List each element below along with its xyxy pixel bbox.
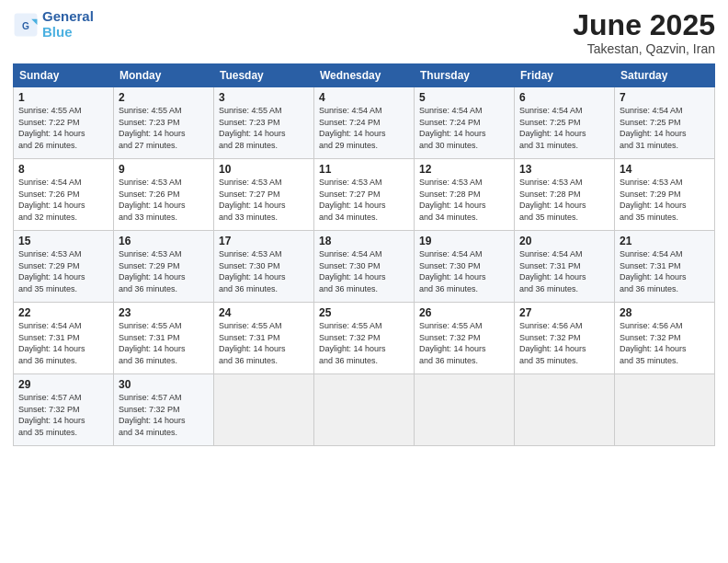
day-number: 12 bbox=[419, 163, 509, 176]
day-info: Sunrise: 4:55 AM Sunset: 7:31 PM Dayligh… bbox=[119, 320, 209, 366]
calendar-cell: 29Sunrise: 4:57 AM Sunset: 7:32 PM Dayli… bbox=[14, 374, 114, 446]
calendar-cell: 28Sunrise: 4:56 AM Sunset: 7:32 PM Dayli… bbox=[615, 303, 715, 374]
calendar-cell: 7Sunrise: 4:54 AM Sunset: 7:25 PM Daylig… bbox=[615, 87, 715, 159]
day-info: Sunrise: 4:53 AM Sunset: 7:28 PM Dayligh… bbox=[419, 177, 509, 223]
calendar-cell: 2Sunrise: 4:55 AM Sunset: 7:23 PM Daylig… bbox=[114, 87, 214, 159]
week-row-4: 22Sunrise: 4:54 AM Sunset: 7:31 PM Dayli… bbox=[14, 303, 715, 374]
day-number: 27 bbox=[519, 306, 609, 319]
day-number: 7 bbox=[620, 91, 710, 104]
calendar-cell bbox=[415, 374, 515, 446]
calendar-cell: 15Sunrise: 4:53 AM Sunset: 7:29 PM Dayli… bbox=[14, 231, 114, 303]
dow-header-saturday: Saturday bbox=[615, 64, 715, 87]
day-number: 18 bbox=[319, 235, 409, 247]
calendar-cell: 27Sunrise: 4:56 AM Sunset: 7:32 PM Dayli… bbox=[515, 303, 615, 374]
calendar-cell bbox=[314, 374, 415, 446]
day-info: Sunrise: 4:55 AM Sunset: 7:31 PM Dayligh… bbox=[219, 320, 309, 366]
day-info: Sunrise: 4:56 AM Sunset: 7:32 PM Dayligh… bbox=[519, 320, 609, 366]
days-of-week-row: SundayMondayTuesdayWednesdayThursdayFrid… bbox=[14, 64, 715, 87]
day-number: 14 bbox=[620, 163, 710, 176]
day-info: Sunrise: 4:54 AM Sunset: 7:31 PM Dayligh… bbox=[620, 248, 710, 294]
day-number: 28 bbox=[620, 306, 710, 319]
day-number: 24 bbox=[219, 306, 309, 319]
location: Takestan, Qazvin, Iran bbox=[573, 41, 715, 56]
day-number: 13 bbox=[519, 163, 609, 176]
day-number: 19 bbox=[419, 235, 509, 247]
day-info: Sunrise: 4:57 AM Sunset: 7:32 PM Dayligh… bbox=[119, 392, 209, 438]
dow-header-friday: Friday bbox=[515, 64, 615, 87]
calendar-cell: 6Sunrise: 4:54 AM Sunset: 7:25 PM Daylig… bbox=[515, 87, 615, 159]
day-number: 1 bbox=[18, 91, 108, 104]
day-info: Sunrise: 4:54 AM Sunset: 7:26 PM Dayligh… bbox=[18, 177, 108, 223]
day-info: Sunrise: 4:53 AM Sunset: 7:27 PM Dayligh… bbox=[219, 177, 309, 223]
calendar-cell: 20Sunrise: 4:54 AM Sunset: 7:31 PM Dayli… bbox=[515, 231, 615, 303]
day-number: 21 bbox=[620, 235, 710, 247]
day-info: Sunrise: 4:53 AM Sunset: 7:30 PM Dayligh… bbox=[219, 248, 309, 294]
day-info: Sunrise: 4:56 AM Sunset: 7:32 PM Dayligh… bbox=[620, 320, 710, 366]
header: G General Blue June 2025 Takestan, Qazvi… bbox=[13, 9, 715, 56]
calendar-cell: 19Sunrise: 4:54 AM Sunset: 7:30 PM Dayli… bbox=[415, 231, 515, 303]
page: G General Blue June 2025 Takestan, Qazvi… bbox=[0, 0, 728, 563]
day-info: Sunrise: 4:55 AM Sunset: 7:22 PM Dayligh… bbox=[18, 105, 108, 151]
calendar-cell: 10Sunrise: 4:53 AM Sunset: 7:27 PM Dayli… bbox=[214, 159, 314, 231]
day-number: 23 bbox=[119, 306, 209, 319]
day-info: Sunrise: 4:55 AM Sunset: 7:23 PM Dayligh… bbox=[119, 105, 209, 151]
week-row-1: 1Sunrise: 4:55 AM Sunset: 7:22 PM Daylig… bbox=[14, 87, 715, 159]
calendar-cell: 3Sunrise: 4:55 AM Sunset: 7:23 PM Daylig… bbox=[214, 87, 314, 159]
logo-icon: G bbox=[13, 12, 39, 38]
day-number: 11 bbox=[319, 163, 409, 176]
calendar-cell bbox=[214, 374, 314, 446]
day-number: 3 bbox=[219, 91, 309, 104]
day-number: 5 bbox=[419, 91, 509, 104]
day-number: 4 bbox=[319, 91, 409, 104]
calendar-cell bbox=[515, 374, 615, 446]
calendar-body: 1Sunrise: 4:55 AM Sunset: 7:22 PM Daylig… bbox=[14, 87, 715, 446]
day-info: Sunrise: 4:54 AM Sunset: 7:24 PM Dayligh… bbox=[319, 105, 409, 151]
day-info: Sunrise: 4:53 AM Sunset: 7:29 PM Dayligh… bbox=[18, 248, 108, 294]
calendar-cell: 26Sunrise: 4:55 AM Sunset: 7:32 PM Dayli… bbox=[415, 303, 515, 374]
calendar-cell: 17Sunrise: 4:53 AM Sunset: 7:30 PM Dayli… bbox=[214, 231, 314, 303]
svg-text:G: G bbox=[22, 20, 29, 30]
day-info: Sunrise: 4:53 AM Sunset: 7:29 PM Dayligh… bbox=[119, 248, 209, 294]
calendar-cell: 9Sunrise: 4:53 AM Sunset: 7:26 PM Daylig… bbox=[114, 159, 214, 231]
title-block: June 2025 Takestan, Qazvin, Iran bbox=[573, 9, 715, 56]
calendar-cell: 5Sunrise: 4:54 AM Sunset: 7:24 PM Daylig… bbox=[415, 87, 515, 159]
day-number: 6 bbox=[519, 91, 609, 104]
calendar-cell bbox=[615, 374, 715, 446]
calendar-cell: 22Sunrise: 4:54 AM Sunset: 7:31 PM Dayli… bbox=[14, 303, 114, 374]
calendar-cell: 11Sunrise: 4:53 AM Sunset: 7:27 PM Dayli… bbox=[314, 159, 415, 231]
logo: G General Blue bbox=[13, 9, 94, 40]
day-number: 2 bbox=[119, 91, 209, 104]
day-info: Sunrise: 4:53 AM Sunset: 7:28 PM Dayligh… bbox=[519, 177, 609, 223]
calendar-cell: 4Sunrise: 4:54 AM Sunset: 7:24 PM Daylig… bbox=[314, 87, 415, 159]
day-info: Sunrise: 4:54 AM Sunset: 7:25 PM Dayligh… bbox=[620, 105, 710, 151]
day-info: Sunrise: 4:53 AM Sunset: 7:26 PM Dayligh… bbox=[119, 177, 209, 223]
month-title: June 2025 bbox=[573, 9, 715, 41]
day-number: 17 bbox=[219, 235, 309, 247]
day-info: Sunrise: 4:55 AM Sunset: 7:32 PM Dayligh… bbox=[319, 320, 409, 366]
day-info: Sunrise: 4:54 AM Sunset: 7:31 PM Dayligh… bbox=[18, 320, 108, 366]
calendar-cell: 13Sunrise: 4:53 AM Sunset: 7:28 PM Dayli… bbox=[515, 159, 615, 231]
day-number: 15 bbox=[18, 235, 108, 247]
dow-header-thursday: Thursday bbox=[415, 64, 515, 87]
calendar-table: SundayMondayTuesdayWednesdayThursdayFrid… bbox=[13, 63, 715, 446]
calendar-cell: 30Sunrise: 4:57 AM Sunset: 7:32 PM Dayli… bbox=[114, 374, 214, 446]
calendar-cell: 24Sunrise: 4:55 AM Sunset: 7:31 PM Dayli… bbox=[214, 303, 314, 374]
dow-header-sunday: Sunday bbox=[14, 64, 114, 87]
calendar-cell: 21Sunrise: 4:54 AM Sunset: 7:31 PM Dayli… bbox=[615, 231, 715, 303]
calendar-cell: 14Sunrise: 4:53 AM Sunset: 7:29 PM Dayli… bbox=[615, 159, 715, 231]
day-info: Sunrise: 4:53 AM Sunset: 7:29 PM Dayligh… bbox=[620, 177, 710, 223]
day-info: Sunrise: 4:54 AM Sunset: 7:25 PM Dayligh… bbox=[519, 105, 609, 151]
calendar-cell: 1Sunrise: 4:55 AM Sunset: 7:22 PM Daylig… bbox=[14, 87, 114, 159]
day-info: Sunrise: 4:54 AM Sunset: 7:30 PM Dayligh… bbox=[319, 248, 409, 294]
day-number: 10 bbox=[219, 163, 309, 176]
day-number: 22 bbox=[18, 306, 108, 319]
day-number: 26 bbox=[419, 306, 509, 319]
day-info: Sunrise: 4:53 AM Sunset: 7:27 PM Dayligh… bbox=[319, 177, 409, 223]
calendar-cell: 16Sunrise: 4:53 AM Sunset: 7:29 PM Dayli… bbox=[114, 231, 214, 303]
day-number: 16 bbox=[119, 235, 209, 247]
week-row-5: 29Sunrise: 4:57 AM Sunset: 7:32 PM Dayli… bbox=[14, 374, 715, 446]
calendar-cell: 23Sunrise: 4:55 AM Sunset: 7:31 PM Dayli… bbox=[114, 303, 214, 374]
calendar-cell: 25Sunrise: 4:55 AM Sunset: 7:32 PM Dayli… bbox=[314, 303, 415, 374]
day-info: Sunrise: 4:57 AM Sunset: 7:32 PM Dayligh… bbox=[18, 392, 108, 438]
day-info: Sunrise: 4:54 AM Sunset: 7:31 PM Dayligh… bbox=[519, 248, 609, 294]
